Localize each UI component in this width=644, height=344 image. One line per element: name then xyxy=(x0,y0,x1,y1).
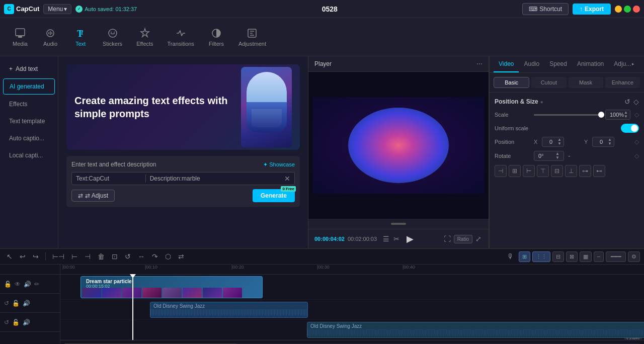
flip-button[interactable]: ↔ xyxy=(135,251,147,262)
timeline-settings-button[interactable]: ⚙ xyxy=(628,251,640,262)
play-button[interactable]: ▶ xyxy=(404,232,417,245)
tool-effects[interactable]: Effects xyxy=(130,24,159,51)
showcase-button[interactable]: ✦ Showcase xyxy=(263,161,295,168)
video-track-audio-icon[interactable]: 🔊 xyxy=(24,281,31,288)
tool-filters[interactable]: Filters xyxy=(202,24,230,51)
zoom-out-button[interactable]: − xyxy=(594,251,604,262)
menu-button[interactable]: Menu ▾ xyxy=(43,4,71,14)
position-y-value[interactable]: 0 xyxy=(595,139,608,145)
trim-icon[interactable]: ✂ xyxy=(392,234,400,244)
playhead[interactable] xyxy=(132,275,133,340)
align-left-button[interactable]: ⊣ xyxy=(495,165,507,177)
rotate-button[interactable]: ↷ xyxy=(149,251,160,262)
video-track-lock-icon[interactable]: 🔓 xyxy=(4,281,12,288)
fullscreen-fit-icon[interactable]: ⛶ xyxy=(443,234,452,244)
transition-button[interactable]: ⬡ xyxy=(163,251,174,262)
x-stepper[interactable]: ▲ ▼ xyxy=(557,138,561,146)
shortcut-button[interactable]: ⌨ Shortcut xyxy=(522,3,569,15)
redo-button[interactable]: ↪ xyxy=(30,251,41,262)
mic-button[interactable]: 🎙 xyxy=(505,251,517,262)
move-button[interactable]: ⇄ xyxy=(176,251,187,262)
scale-diamond[interactable]: ◇ xyxy=(634,111,639,118)
rotate-minus-button[interactable]: - xyxy=(568,152,571,160)
tool-media[interactable]: Media xyxy=(6,24,34,51)
scale-stepper[interactable]: ▲ ▼ xyxy=(624,111,628,119)
y-stepper[interactable]: ▲ ▼ xyxy=(608,138,612,146)
rotate-stepper[interactable]: ▲ ▼ xyxy=(555,152,559,160)
sidebar-item-auto-captions[interactable]: Auto captio... xyxy=(3,131,55,146)
subtab-enhance[interactable]: Enhance xyxy=(605,77,640,88)
sidebar-item-effects[interactable]: Effects xyxy=(3,97,55,112)
scale-slider[interactable] xyxy=(534,114,601,116)
align-vcenter-button[interactable]: ⊟ xyxy=(551,165,563,177)
audio2-lock-icon[interactable]: 🔓 xyxy=(12,319,20,326)
description-input-field[interactable]: Description:marble xyxy=(150,175,280,182)
tool-stickers[interactable]: Stickers xyxy=(97,24,128,51)
audio1-loop-icon[interactable]: ↺ xyxy=(4,300,9,307)
align-right-button[interactable]: ⊢ xyxy=(523,165,535,177)
trim-right-button[interactable]: ⊣ xyxy=(82,251,93,262)
tab-video[interactable]: Video xyxy=(494,56,519,72)
playlist-icon[interactable]: ☰ xyxy=(382,234,390,244)
align-hcenter-button[interactable]: ⊞ xyxy=(509,165,521,177)
subtab-mask[interactable]: Mask xyxy=(569,77,603,88)
audio2-loop-icon[interactable]: ↺ xyxy=(4,319,9,326)
position-x-value[interactable]: 0 xyxy=(544,139,557,145)
subtab-basic[interactable]: Basic xyxy=(494,77,529,88)
thumbnail-button[interactable]: ▦ xyxy=(580,251,592,262)
timeline-scrollbar[interactable] xyxy=(60,340,644,344)
export-button[interactable]: ↑ Export xyxy=(573,4,611,15)
video-track-edit-icon[interactable]: ✏ xyxy=(34,281,39,288)
audio1-lock-icon[interactable]: 🔓 xyxy=(12,300,20,307)
maximize-button[interactable] xyxy=(624,6,631,13)
audio-clip-2[interactable]: Old Disney Swing Jazz xyxy=(307,322,644,338)
tab-animation[interactable]: Animation xyxy=(572,56,609,72)
uniform-scale-toggle[interactable] xyxy=(621,124,639,133)
trim-left-button[interactable]: ⊢ xyxy=(69,251,80,262)
sidebar-item-add-text[interactable]: + Add text xyxy=(3,61,55,76)
clear-button[interactable]: ✕ xyxy=(284,175,290,183)
clip-link-button[interactable]: ⊠ xyxy=(566,251,578,262)
text-input-field[interactable]: Text:CapCut xyxy=(76,175,141,182)
video-clip[interactable]: Dream star particle 00:00:15:02 xyxy=(80,276,263,298)
minimize-button[interactable] xyxy=(615,6,622,13)
rotate-diamond[interactable]: ◇ xyxy=(634,152,639,159)
video-track-visibility-icon[interactable]: 👁 xyxy=(15,281,21,288)
ratio-button[interactable]: Ratio xyxy=(454,235,472,243)
sidebar-item-text-template[interactable]: Text template xyxy=(3,114,55,129)
sidebar-item-ai-generated[interactable]: AI generated xyxy=(3,78,55,95)
track-snap-button[interactable]: ⋮⋮ xyxy=(532,251,550,262)
player-menu-icon[interactable]: ⋯ xyxy=(476,60,482,67)
split-button[interactable]: ⊢⊣ xyxy=(50,251,67,262)
crop-button[interactable]: ⊡ xyxy=(109,251,120,262)
generate-button[interactable]: Generate 0 Free xyxy=(253,189,295,202)
delete-button[interactable]: 🗑 xyxy=(95,251,107,262)
expand-icon[interactable]: ⤢ xyxy=(474,234,482,244)
tool-text[interactable]: TI Text xyxy=(66,24,95,51)
tab-audio[interactable]: Audio xyxy=(519,56,544,72)
diamond-icon[interactable]: ◇ xyxy=(633,98,639,106)
align-top-button[interactable]: ⊤ xyxy=(537,165,549,177)
audio2-audio-icon[interactable]: 🔊 xyxy=(23,319,30,326)
zoom-slider-button[interactable]: ━━━ xyxy=(606,251,626,262)
subtab-cutout[interactable]: Cutout xyxy=(531,77,566,88)
tool-audio[interactable]: Audio xyxy=(36,24,64,51)
close-button[interactable] xyxy=(633,6,640,13)
tool-adjustment[interactable]: Adjustment xyxy=(232,24,272,51)
position-diamond[interactable]: ◇ xyxy=(634,138,639,145)
align-distribute-h-button[interactable]: ⊶ xyxy=(579,165,591,177)
link-button[interactable]: ⊟ xyxy=(552,251,564,262)
adjust-button[interactable]: ⇄ ⇄ Adjust xyxy=(71,190,115,202)
select-tool-button[interactable]: ↖ xyxy=(4,251,15,262)
tab-speed[interactable]: Speed xyxy=(544,56,572,72)
undo-button[interactable]: ↩ xyxy=(17,251,28,262)
sidebar-item-local-captions[interactable]: Local capti... xyxy=(3,148,55,163)
align-distribute-v-button[interactable]: ⊷ xyxy=(593,165,605,177)
loop-button[interactable]: ↺ xyxy=(122,251,133,262)
reset-icon[interactable]: ↺ xyxy=(624,98,630,106)
tab-adjust[interactable]: Adju... ▸ xyxy=(609,56,639,72)
audio1-audio-icon[interactable]: 🔊 xyxy=(23,300,30,307)
audio-clip-1[interactable]: Old Disney Swing Jazz xyxy=(150,302,308,318)
align-bottom-button[interactable]: ⊥ xyxy=(565,165,577,177)
tool-transitions[interactable]: Transitions xyxy=(162,24,200,51)
